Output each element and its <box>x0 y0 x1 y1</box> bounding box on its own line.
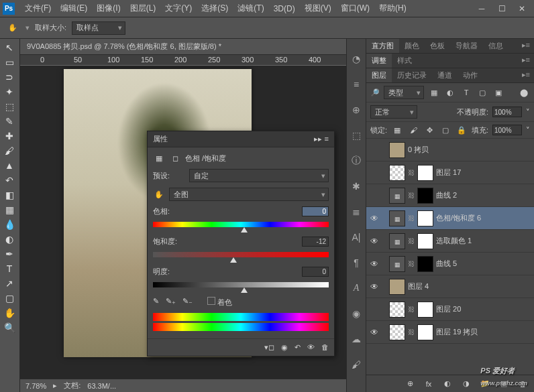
hue-slider[interactable] <box>153 222 329 227</box>
layer-row[interactable]: 👁▦⛓选取颜色 1 <box>366 230 534 253</box>
view-previous-icon[interactable]: ◉ <box>281 343 288 352</box>
panel-icon[interactable]: ◉ <box>350 307 363 320</box>
visibility-toggle[interactable]: 👁 <box>369 237 380 246</box>
layer-row[interactable]: 👁图层 4 <box>366 275 534 298</box>
marquee-tool[interactable]: ▭ <box>0 55 19 70</box>
properties-tab[interactable]: 属性 <box>153 134 168 144</box>
hue-input[interactable] <box>302 206 329 216</box>
layer-name[interactable]: 选取颜色 1 <box>436 236 531 246</box>
layer-filter-dropdown[interactable]: 类型 <box>384 86 424 99</box>
zoom-level[interactable]: 7.78% <box>25 382 46 390</box>
panel-icon[interactable]: 🖌 <box>350 358 363 371</box>
maximize-button[interactable]: ☐ <box>492 2 511 15</box>
tab-adjustments[interactable]: 调整 <box>366 54 392 68</box>
eyedropper-plus-icon[interactable]: ✎₊ <box>166 297 176 308</box>
gradient-tool[interactable]: ▦ <box>0 202 19 217</box>
visibility-toggle[interactable]: 👁 <box>369 214 380 223</box>
visibility-toggle[interactable]: 👁 <box>369 328 380 337</box>
pen-tool[interactable]: ✒ <box>0 247 19 261</box>
layer-row[interactable]: 👁▦⛓色相/饱和度 6 <box>366 207 534 230</box>
layer-row[interactable]: 0 拷贝 <box>366 139 534 161</box>
clip-to-layer-icon[interactable]: ▾◻ <box>264 343 274 352</box>
move-tool[interactable]: ↖ <box>0 40 19 55</box>
scrubby-icon[interactable]: ✋ <box>153 189 165 200</box>
menu-select[interactable]: 选择(S) <box>197 3 233 14</box>
reset-icon[interactable]: ↶ <box>295 343 301 352</box>
shape-tool[interactable]: ▢ <box>0 291 19 306</box>
chevron-down-icon[interactable]: ˅ <box>526 108 530 117</box>
tab-info[interactable]: 信息 <box>483 39 509 53</box>
panel-icon[interactable]: ¶ <box>350 256 363 269</box>
zoom-tool[interactable]: 🔍 <box>0 320 19 335</box>
tab-swatches[interactable]: 色板 <box>425 39 450 53</box>
panel-icon[interactable]: ≡ <box>350 78 363 91</box>
layer-name[interactable]: 色相/饱和度 6 <box>436 213 531 223</box>
lasso-tool[interactable]: ⊃ <box>0 70 19 84</box>
tab-layers[interactable]: 图层 <box>366 68 392 82</box>
eyedropper-tool[interactable]: ✎ <box>0 114 19 129</box>
channel-dropdown[interactable]: 全图 <box>169 188 329 201</box>
lock-pixels-icon[interactable]: ▦ <box>391 125 403 135</box>
collapse-icon[interactable]: ▸▸ <box>314 135 322 143</box>
panel-icon[interactable]: ✱ <box>350 180 363 193</box>
sample-size-dropdown[interactable]: 取样点 <box>72 21 125 35</box>
opacity-input[interactable] <box>492 107 522 117</box>
filter-image-icon[interactable]: ▦ <box>428 87 440 98</box>
visibility-toggle[interactable]: 👁 <box>369 259 380 269</box>
visibility-toggle[interactable]: 👁 <box>369 282 380 291</box>
tab-styles[interactable]: 样式 <box>392 54 417 68</box>
panel-icon[interactable]: A| <box>350 231 363 244</box>
filter-adjust-icon[interactable]: ◐ <box>444 87 456 98</box>
menu-help[interactable]: 帮助(H) <box>374 3 411 14</box>
fx-icon[interactable]: fx <box>423 379 435 389</box>
layer-row[interactable]: ⛓图层 20 <box>366 298 534 321</box>
heal-tool[interactable]: ✚ <box>0 129 19 143</box>
panel-icon[interactable]: ◔ <box>350 52 363 66</box>
adjustment-icon[interactable]: ◑ <box>460 379 472 389</box>
layer-name[interactable]: 图层 17 <box>436 168 531 178</box>
dodge-tool[interactable]: ◐ <box>0 232 19 247</box>
lock-all-icon[interactable]: 🔒 <box>456 125 468 135</box>
current-tool-icon[interactable]: ✋ <box>5 21 20 36</box>
blend-mode-dropdown[interactable]: 正常 <box>370 105 417 119</box>
layer-name[interactable]: 曲线 2 <box>436 190 531 200</box>
panel-menu-icon[interactable]: ▸≡ <box>518 54 534 68</box>
type-tool[interactable]: T <box>0 261 19 276</box>
panel-icon[interactable]: ⓘ <box>350 154 363 168</box>
menu-layer[interactable]: 图层(L) <box>125 3 161 14</box>
panel-icon[interactable]: ≣ <box>350 205 363 218</box>
panel-menu-icon[interactable]: ▸≡ <box>518 39 534 53</box>
layer-name[interactable]: 图层 19 拷贝 <box>436 327 531 337</box>
history-brush-tool[interactable]: ↶ <box>0 173 19 188</box>
lock-position-icon[interactable]: ✥ <box>423 125 435 135</box>
layer-row[interactable]: 👁⛓图层 19 拷贝 <box>366 321 534 344</box>
layer-name[interactable]: 曲线 5 <box>436 259 531 269</box>
trash-icon[interactable]: 🗑 <box>321 343 329 352</box>
panel-icon[interactable]: ☁ <box>350 332 363 346</box>
stamp-tool[interactable]: ▲ <box>0 158 19 173</box>
chevron-down-icon[interactable]: ˅ <box>526 126 530 135</box>
eyedropper-icon[interactable]: ✎ <box>153 297 159 308</box>
tab-histogram[interactable]: 直方图 <box>366 39 399 53</box>
tab-channels[interactable]: 通道 <box>432 68 458 82</box>
eyedropper-minus-icon[interactable]: ✎₋ <box>182 297 193 308</box>
filter-smart-icon[interactable]: ▣ <box>492 87 504 98</box>
filter-type-icon[interactable]: T <box>460 87 472 98</box>
saturation-input[interactable] <box>302 237 329 247</box>
preset-dropdown[interactable]: 自定 <box>189 169 329 182</box>
layer-name[interactable]: 图层 20 <box>436 304 531 314</box>
panel-menu-icon[interactable]: ≡ <box>325 135 329 143</box>
filter-shape-icon[interactable]: ▢ <box>476 87 488 98</box>
blur-tool[interactable]: 💧 <box>0 217 19 232</box>
panel-icon[interactable]: A <box>350 281 363 295</box>
panel-icon[interactable]: ⊕ <box>350 103 363 117</box>
lightness-input[interactable] <box>302 267 329 277</box>
minimize-button[interactable]: ─ <box>472 2 491 15</box>
colorize-checkbox[interactable] <box>207 297 215 305</box>
menu-3d[interactable]: 3D(D) <box>269 4 300 13</box>
layer-name[interactable]: 图层 4 <box>408 281 531 291</box>
tab-navigator[interactable]: 导航器 <box>450 39 483 53</box>
lightness-slider[interactable] <box>153 282 329 287</box>
lock-artboard-icon[interactable]: ▢ <box>439 125 451 135</box>
menu-file[interactable]: 文件(F) <box>20 3 56 14</box>
